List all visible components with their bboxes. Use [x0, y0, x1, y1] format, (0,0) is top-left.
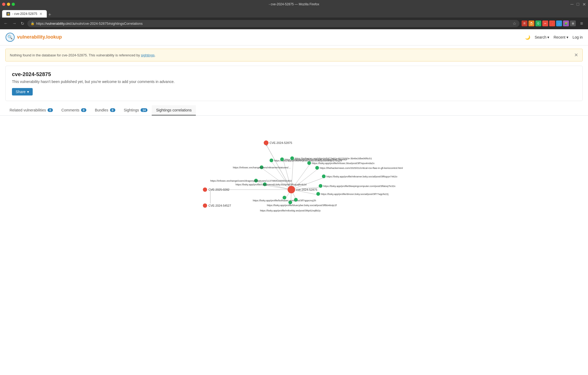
address-bar-icons: ☆	[513, 21, 516, 26]
close-icon[interactable]: ✕	[582, 2, 586, 7]
ext-icon-5[interactable]: 🔖	[549, 20, 555, 26]
edge-s6	[291, 169, 318, 190]
browser-tab-bar: 🔒 - cve-2024-52875 ✕ +	[0, 9, 588, 18]
search-nav-link[interactable]: Search ▾	[535, 35, 549, 39]
sighting-node-5[interactable]	[307, 161, 311, 165]
sighting-label-9: https://bsky.app/profile/campuscodi.tisk…	[236, 183, 307, 186]
ext-icon-6[interactable]: ↓	[556, 20, 562, 26]
brand-logo-svg: 🔍	[5, 32, 15, 42]
browser-tab-active[interactable]: 🔒 - cve-2024-52875 ✕	[2, 10, 47, 18]
cve-node-54527[interactable]	[203, 203, 207, 208]
tab-title: - cve-2024-52875	[12, 12, 37, 16]
cve-card: cve-2024-52875 This vulnerability hasn't…	[5, 66, 583, 101]
tab-related-vulnerabilities[interactable]: Related vulnerabilities 0	[5, 105, 57, 115]
info-alert: Nothing found in the database for cve-20…	[5, 49, 583, 61]
reload-button[interactable]: ↻	[20, 20, 25, 27]
alert-close-btn[interactable]: ✕	[574, 52, 578, 58]
brand-name: vulnerability.lookup	[17, 35, 62, 40]
forward-button[interactable]: →	[11, 20, 18, 27]
sighting-node-7[interactable]	[322, 174, 326, 178]
alert-message: Nothing found in the database for cve-20…	[10, 53, 155, 57]
secure-icon: 🔒	[31, 22, 35, 25]
cve-description: This vulnerability hasn't been published…	[12, 80, 576, 84]
brand-logo-link[interactable]: 🔍 vulnerability.lookup	[5, 32, 62, 42]
edge-s9	[266, 185, 291, 190]
center-node[interactable]	[288, 186, 295, 193]
center-label: cve-2024-52875	[296, 188, 318, 191]
cve-node-top[interactable]	[264, 140, 269, 145]
edge-s4	[262, 168, 291, 190]
bundles-badge: 0	[110, 108, 115, 112]
window-close-btn[interactable]	[2, 3, 5, 6]
browser-addressbar: ← → ↻ 🔒 https://vulnerability.circl.lu/v…	[0, 18, 588, 29]
back-button[interactable]: ←	[3, 20, 9, 27]
address-bar[interactable]: 🔒 https://vulnerability.circl.lu/vuln/cv…	[27, 20, 519, 27]
sighting-label-4: https://infosec.exchange/users/ntkramer/…	[233, 166, 291, 169]
sighting-label-8: https://infosec.exchange/users/dragonjar…	[210, 179, 292, 182]
tab-sightings-correlations[interactable]: Sightings correlations	[152, 105, 196, 115]
svg-text:🔍: 🔍	[7, 35, 13, 40]
tab-bundles[interactable]: Bundles 0	[91, 105, 120, 115]
cve-title: cve-2024-52875	[12, 71, 576, 77]
comments-badge: 0	[81, 108, 86, 112]
ext-icon-1[interactable]: R	[522, 20, 527, 26]
sighting-label-12: https://bsky.app/profile/bolhasec.com/po…	[253, 199, 316, 202]
navbar: 🔍 vulnerability.lookup 🌙 Search ▾ Recent…	[0, 29, 588, 45]
cve-label-54527: CVE-2024-54527	[209, 204, 231, 207]
page-content: 🔍 vulnerability.lookup 🌙 Search ▾ Recent…	[0, 29, 588, 375]
search-dropdown-icon: ▾	[547, 35, 549, 39]
sighting-label-6: https://thehackernews.com/2025/01/critic…	[320, 166, 403, 169]
theme-toggle[interactable]: 🌙	[525, 35, 530, 40]
recent-dropdown-icon: ▾	[566, 35, 568, 39]
sighting-node-2[interactable]	[280, 157, 284, 161]
ext-icon-4[interactable]: ✂	[542, 20, 548, 26]
sighting-node-13[interactable]	[294, 198, 298, 202]
window-minimize-btn[interactable]	[7, 3, 10, 6]
sighting-label-13: https://bsky.app/profile/bluecyber.bsky.…	[267, 204, 337, 207]
share-button[interactable]: Share ▾	[12, 88, 33, 95]
login-nav-link[interactable]: Log in	[573, 35, 583, 39]
minimize-icon[interactable]: ─	[570, 2, 573, 7]
share-dropdown-icon: ▾	[27, 90, 29, 94]
window-maximize-btn[interactable]	[12, 3, 15, 6]
related-vulnerabilities-badge: 0	[48, 108, 53, 112]
recent-nav-link[interactable]: Recent ▾	[553, 35, 568, 39]
ext-icon-3[interactable]: G	[535, 20, 541, 26]
browser-extension-icons: R 🍺 G ✂ 🔖 ↓ 🧩 ⚙ ≡	[522, 20, 585, 27]
browser-chrome: - cve-2024-52875 — Mozilla Firefox ─ □ ✕…	[0, 0, 588, 29]
ext-icon-7[interactable]: 🧩	[563, 20, 569, 26]
sighting-node-11[interactable]	[316, 192, 320, 196]
window-controls[interactable]	[2, 3, 15, 6]
ext-icon-8[interactable]: ⚙	[570, 20, 576, 26]
tab-comments[interactable]: Comments 0	[57, 105, 91, 115]
correlation-graph: CVE-2024-52875 cve-2024-52875 CVE-2025-0…	[5, 121, 583, 233]
cve-label-top: CVE-2024-52875	[270, 141, 292, 144]
sighting-node-6[interactable]	[315, 166, 319, 170]
menu-button[interactable]: ≡	[578, 20, 585, 27]
sighting-label-11: https://bsky.app/profile/dinosn.bsky.soc…	[321, 193, 389, 195]
graph-area: CVE-2024-52875 cve-2024-52875 CVE-2025-0…	[0, 116, 588, 239]
cve-node-0282[interactable]	[203, 188, 207, 192]
sighting-label-3: https://poliverso.org/objects/0477a01e-8…	[295, 157, 372, 160]
sighting-label-14: https://bsky.app/profile/milcebig.ws/pos…	[260, 209, 321, 212]
navbar-right: 🌙 Search ▾ Recent ▾ Log in	[525, 35, 583, 40]
tab-favicon: 🔒	[6, 12, 10, 16]
sighting-node-10[interactable]	[319, 184, 323, 188]
sightings-badge: 14	[141, 108, 147, 112]
cve-label-0282: CVE-2025-0282	[209, 188, 230, 191]
browser-title: - cve-2024-52875 — Mozilla Firefox	[18, 2, 570, 6]
new-tab-button[interactable]: +	[48, 12, 51, 18]
sighting-node-14[interactable]	[289, 201, 292, 204]
browser-window-controls: ─ □ ✕	[570, 2, 586, 7]
bookmark-icon[interactable]: ☆	[513, 21, 516, 26]
browser-title-bar: - cve-2024-52875 — Mozilla Firefox ─ □ ✕	[0, 0, 588, 9]
restore-icon[interactable]: □	[577, 2, 579, 7]
sighting-node-3[interactable]	[290, 156, 294, 160]
sightings-link[interactable]: sightings	[141, 53, 154, 57]
url-text: https://vulnerability.circl.lu/vuln/cve-…	[36, 22, 511, 26]
tab-sightings[interactable]: Sightings 14	[120, 105, 152, 115]
sighting-label-10: https://bsky.app/profile/bleepingcompute…	[323, 185, 396, 188]
sighting-node-1[interactable]	[270, 159, 273, 162]
tab-close-btn[interactable]: ✕	[39, 12, 43, 16]
ext-icon-2[interactable]: 🍺	[528, 20, 534, 26]
